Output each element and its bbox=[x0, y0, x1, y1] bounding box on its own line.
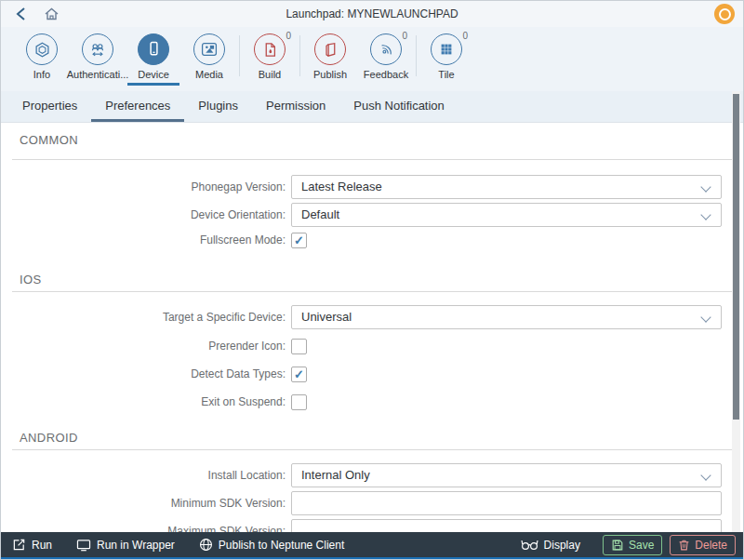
toolbar-item-feedback[interactable]: 0 Feedback bbox=[358, 33, 414, 86]
field-row-detect-data-types: Detect Data Types: ✓ bbox=[1, 367, 734, 391]
phonegap-version-select[interactable]: Latest Release bbox=[291, 175, 722, 199]
chevron-down-icon bbox=[700, 312, 711, 322]
tab-properties[interactable]: Properties bbox=[8, 91, 91, 122]
authentication-users-icon bbox=[89, 42, 106, 58]
fullscreen-mode-checkbox[interactable]: ✓ bbox=[291, 233, 307, 248]
section-title-android: ANDROID bbox=[20, 431, 78, 445]
device-phone-icon bbox=[146, 41, 162, 58]
install-location-select[interactable]: Internal Only bbox=[291, 463, 722, 487]
minimum-sdk-input[interactable] bbox=[291, 491, 722, 515]
selected-underline bbox=[127, 83, 179, 86]
tile-circle bbox=[431, 33, 462, 65]
maximum-sdk-input[interactable] bbox=[291, 519, 722, 532]
build-badge: 0 bbox=[286, 31, 291, 41]
field-row-device-orientation: Device Orientation: Default bbox=[1, 203, 734, 227]
target-device-select[interactable]: Universal bbox=[291, 305, 722, 329]
toolbar-item-info[interactable]: Info bbox=[14, 33, 70, 86]
maximum-sdk-label: Maximum SDK Version: bbox=[1, 519, 286, 532]
toolbar-item-label: Feedback bbox=[364, 69, 408, 80]
target-device-value: Universal bbox=[301, 306, 352, 328]
field-row-install-location: Install Location: Internal Only bbox=[1, 463, 734, 487]
save-icon bbox=[611, 539, 624, 552]
page-title: Launchpad: MYNEWLAUNCHPAD bbox=[1, 7, 743, 20]
prerender-icon-label: Prerender Icon: bbox=[1, 339, 286, 354]
field-row-fullscreen-mode: Fullscreen Mode: ✓ bbox=[1, 233, 734, 257]
tile-badge: 0 bbox=[462, 31, 468, 41]
tab-preferences[interactable]: Preferences bbox=[91, 91, 184, 122]
install-location-label: Install Location: bbox=[1, 463, 286, 487]
toolbar-item-build[interactable]: 0 Build bbox=[242, 33, 298, 86]
device-orientation-select[interactable]: Default bbox=[291, 203, 722, 227]
footer-bar: Run Run in Wrapper Publish to Neptune Cl… bbox=[1, 532, 743, 557]
user-avatar[interactable] bbox=[714, 4, 735, 24]
field-row-phonegap-version: Phonegap Version: Latest Release bbox=[1, 175, 734, 199]
scrollbar-thumb[interactable] bbox=[733, 94, 739, 420]
chevron-down-icon bbox=[700, 209, 711, 220]
toolbar-item-media[interactable]: Media bbox=[181, 33, 237, 86]
field-row-minimum-sdk: Minimum SDK Version: bbox=[1, 491, 734, 515]
chevron-down-icon bbox=[700, 470, 711, 480]
feedback-signal-icon bbox=[379, 42, 394, 58]
display-button[interactable]: Display bbox=[521, 539, 580, 552]
tab-push-notification[interactable]: Push Notification bbox=[339, 91, 458, 122]
feedback-circle bbox=[370, 33, 402, 65]
device-orientation-value: Default bbox=[301, 204, 339, 226]
home-icon bbox=[44, 7, 60, 21]
device-orientation-label: Device Orientation: bbox=[1, 203, 286, 227]
phonegap-version-label: Phonegap Version: bbox=[1, 175, 286, 199]
publish-to-neptune-client-button[interactable]: Publish to Neptune Client bbox=[199, 538, 344, 552]
toolbar-item-authentication[interactable]: Authenticati... bbox=[70, 33, 126, 86]
install-location-value: Internal Only bbox=[301, 464, 370, 487]
vertical-scrollbar[interactable] bbox=[732, 91, 740, 532]
toolbar-separator bbox=[299, 35, 300, 76]
info-box-icon bbox=[34, 42, 50, 58]
target-device-label: Target a Specific Device: bbox=[1, 305, 286, 329]
chevron-down-icon bbox=[700, 181, 711, 192]
section-divider bbox=[12, 159, 732, 160]
build-circle bbox=[254, 33, 286, 65]
publish-to-neptune-client-label: Publish to Neptune Client bbox=[219, 539, 344, 552]
section-title-common: COMMON bbox=[20, 133, 78, 147]
tab-bar: Properties Preferences Plugins Permissio… bbox=[1, 91, 743, 123]
avatar-ring-icon bbox=[719, 8, 731, 20]
field-row-exit-on-suspend: Exit on Suspend: bbox=[1, 394, 734, 419]
toolbar-separator bbox=[239, 35, 240, 76]
delete-button[interactable]: Delete bbox=[670, 535, 736, 555]
publish-book-icon bbox=[323, 42, 339, 58]
toolbar-item-tile[interactable]: 0 Tile bbox=[418, 33, 474, 86]
toolbar-item-label: Tile bbox=[438, 69, 454, 80]
monitor-icon bbox=[76, 539, 91, 552]
build-document-icon bbox=[262, 42, 278, 58]
tile-grid-icon bbox=[439, 42, 454, 57]
toolbar-item-device[interactable]: Device bbox=[126, 33, 181, 86]
save-button[interactable]: Save bbox=[603, 535, 662, 555]
run-icon bbox=[12, 538, 26, 552]
exit-on-suspend-checkbox[interactable] bbox=[291, 394, 307, 410]
info-circle bbox=[26, 33, 58, 65]
header-bar: Launchpad: MYNEWLAUNCHPAD bbox=[1, 1, 743, 28]
run-in-wrapper-label: Run in Wrapper bbox=[97, 539, 175, 552]
tab-plugins[interactable]: Plugins bbox=[184, 91, 252, 122]
back-button[interactable] bbox=[12, 6, 29, 22]
field-row-target-device: Target a Specific Device: Universal bbox=[1, 305, 734, 329]
authentication-circle bbox=[82, 33, 113, 65]
glasses-icon bbox=[521, 539, 538, 551]
toolbar-item-publish[interactable]: Publish bbox=[302, 33, 358, 86]
toolbar-item-label: Build bbox=[259, 69, 281, 80]
prerender-icon-checkbox[interactable] bbox=[291, 339, 307, 354]
run-button[interactable]: Run bbox=[12, 538, 52, 552]
display-label: Display bbox=[544, 539, 580, 552]
preferences-form: COMMON Phonegap Version: Latest Release … bbox=[1, 123, 743, 532]
section-title-ios: IOS bbox=[20, 273, 42, 287]
toolbar-item-label: Authenticati... bbox=[67, 69, 129, 80]
toolbar-item-label: Publish bbox=[313, 69, 347, 80]
run-label: Run bbox=[32, 539, 52, 552]
publish-circle bbox=[314, 33, 346, 65]
tab-permission[interactable]: Permission bbox=[252, 91, 339, 122]
run-in-wrapper-button[interactable]: Run in Wrapper bbox=[76, 539, 175, 552]
detect-data-types-checkbox[interactable]: ✓ bbox=[291, 367, 307, 382]
section-divider bbox=[12, 291, 732, 292]
home-button[interactable] bbox=[42, 6, 60, 22]
section-toolbar: Info Authenticati... bbox=[1, 27, 743, 91]
save-label: Save bbox=[629, 539, 654, 552]
